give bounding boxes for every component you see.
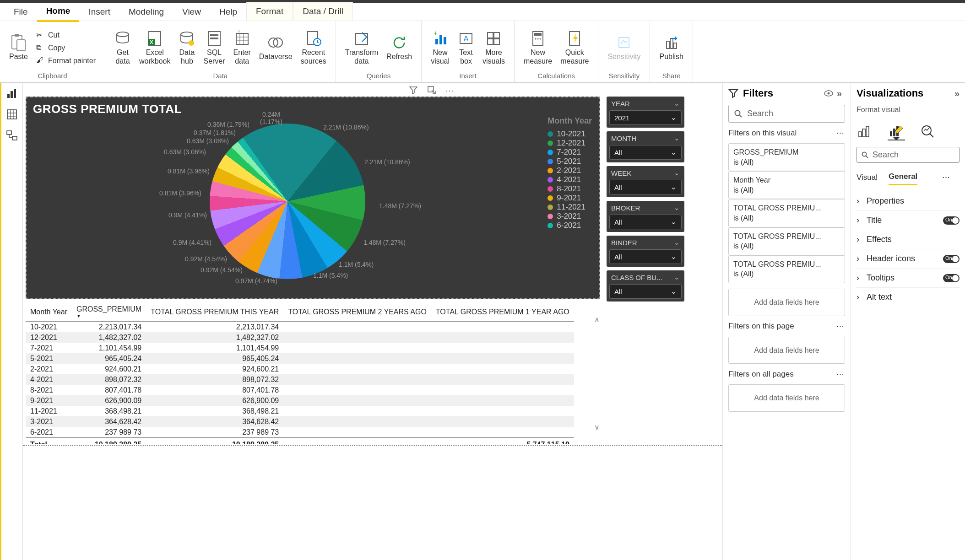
refresh-button[interactable]: Refresh: [385, 33, 414, 62]
tab-data-drill[interactable]: Data / Drill: [293, 2, 353, 21]
tab-format[interactable]: Format: [246, 2, 293, 21]
filter-card[interactable]: TOTAL GROSS PREMIU...is (All): [728, 227, 845, 255]
table-row[interactable]: 9-2021626,900.09626,900.09: [26, 395, 574, 406]
table-row[interactable]: 12-20211,482,327.021,482,327.02: [26, 332, 574, 343]
filters-search[interactable]: Search: [728, 105, 845, 123]
table-row[interactable]: 5-2021965,405.24965,405.24: [26, 353, 574, 364]
tab-insert[interactable]: Insert: [79, 3, 119, 21]
build-visual-tab-icon[interactable]: [857, 124, 874, 139]
enter-data-button[interactable]: +Enter data: [232, 29, 253, 66]
table-header[interactable]: Month Year: [26, 302, 72, 322]
drop-zone-visual[interactable]: Add data fields here: [728, 289, 845, 316]
tab-file[interactable]: File: [5, 3, 37, 21]
transform-data-button[interactable]: Transform data: [343, 29, 380, 66]
format-tab-more-icon[interactable]: ⋯: [942, 172, 951, 182]
analytics-tab-icon[interactable]: [919, 123, 936, 140]
section-more-icon[interactable]: ⋯: [836, 322, 845, 331]
slicer-header[interactable]: YEAR⌄: [607, 97, 684, 110]
scroll-down-icon[interactable]: ∨: [594, 423, 600, 431]
format-group[interactable]: ›TitleOn: [857, 210, 960, 230]
filter-card[interactable]: TOTAL GROSS PREMIU...is (All): [728, 255, 845, 283]
more-options-icon[interactable]: ⋯: [445, 86, 455, 95]
paste-button[interactable]: Paste: [7, 33, 30, 62]
table-scrollbar[interactable]: ∧ ∨: [594, 315, 600, 431]
drop-zone-all[interactable]: Add data fields here: [728, 384, 845, 412]
toggle-switch[interactable]: On: [943, 216, 960, 225]
table-header[interactable]: TOTAL GROSS PREMIUM THIS YEAR: [146, 302, 283, 322]
new-visual-button[interactable]: +New visual: [429, 29, 451, 66]
legend-item[interactable]: 7-2021: [548, 148, 592, 157]
legend-item[interactable]: 11-2021: [548, 203, 592, 212]
format-painter-button[interactable]: 🖌Format painter: [34, 55, 98, 66]
format-visual-tab-icon[interactable]: [888, 122, 905, 140]
format-tab-visual[interactable]: Visual: [857, 170, 878, 185]
new-measure-button[interactable]: New measure: [522, 29, 554, 66]
tab-home[interactable]: Home: [37, 2, 80, 22]
slicer-header[interactable]: BINDER⌄: [607, 236, 684, 249]
collapse-pane-icon[interactable]: »: [954, 88, 960, 99]
legend-item[interactable]: 4-2021: [548, 175, 592, 184]
more-visuals-button[interactable]: More visuals: [481, 29, 507, 66]
drop-zone-page[interactable]: Add data fields here: [728, 337, 845, 364]
excel-button[interactable]: XExcel workbook: [137, 29, 172, 66]
slicer-header[interactable]: BROKER⌄: [607, 201, 684, 215]
slicer-header[interactable]: MONTH⌄: [607, 131, 684, 145]
slicer-dropdown[interactable]: All⌄: [609, 180, 682, 194]
section-more-icon[interactable]: ⋯: [836, 369, 845, 379]
section-more-icon[interactable]: ⋯: [836, 128, 845, 138]
rail-report-icon[interactable]: [6, 87, 18, 99]
publish-button[interactable]: Publish: [657, 33, 685, 62]
rail-data-icon[interactable]: [6, 108, 18, 120]
slicer-dropdown[interactable]: All⌄: [609, 215, 682, 229]
legend-item[interactable]: 5-2021: [548, 157, 592, 166]
slicer-header[interactable]: CLASS OF BU...⌄: [607, 270, 684, 284]
legend-item[interactable]: 3-2021: [548, 212, 592, 221]
format-tab-general[interactable]: General: [889, 169, 917, 185]
table-row[interactable]: 11-2021368,498.21368,498.21: [26, 406, 574, 416]
table-row[interactable]: 6-2021237 989 73237 989 73: [26, 427, 574, 438]
rail-model-icon[interactable]: [6, 129, 18, 141]
legend-item[interactable]: 6-2021: [548, 221, 592, 230]
tab-modeling[interactable]: Modeling: [119, 3, 173, 21]
pie-chart-visual[interactable]: GROSS PREMIUM TOTAL 0.24M(1.17%)0.36M (1…: [26, 97, 600, 299]
legend-item[interactable]: 2-2021: [548, 166, 592, 175]
legend-item[interactable]: 12-2021: [548, 139, 592, 148]
tab-view[interactable]: View: [173, 3, 210, 21]
copy-button[interactable]: ⧉Copy: [34, 43, 98, 54]
quick-measure-button[interactable]: Quick measure: [558, 29, 591, 66]
format-group[interactable]: ›Alt text: [857, 287, 960, 307]
filter-card[interactable]: Month Yearis (All): [728, 171, 845, 199]
filter-icon[interactable]: [409, 86, 418, 95]
format-group[interactable]: ›TooltipsOn: [857, 268, 960, 287]
legend-item[interactable]: 10-2021: [548, 129, 592, 139]
format-group[interactable]: ›Properties: [857, 192, 960, 210]
text-box-button[interactable]: AText box: [456, 29, 476, 66]
slicer-dropdown[interactable]: All⌄: [609, 284, 682, 299]
slicer-dropdown[interactable]: 2021⌄: [609, 110, 682, 125]
legend-item[interactable]: 9-2021: [548, 194, 592, 203]
table-row[interactable]: 8-2021807,401.78807,401.78: [26, 385, 574, 395]
dataverse-button[interactable]: Dataverse: [257, 33, 294, 62]
cut-button[interactable]: ✂Cut: [34, 30, 98, 41]
table-visual[interactable]: Month YearGROSS_PREMIUM▼TOTAL GROSS PREM…: [26, 302, 600, 444]
tab-help[interactable]: Help: [210, 3, 246, 21]
toggle-switch[interactable]: On: [943, 255, 960, 263]
format-search[interactable]: Search: [857, 147, 960, 163]
eye-icon[interactable]: [824, 90, 832, 97]
format-group[interactable]: ›Effects: [857, 230, 960, 249]
scroll-up-icon[interactable]: ∧: [594, 315, 600, 324]
table-header[interactable]: TOTAL GROSS PREMIUM 2 YEARS AGO: [283, 302, 431, 322]
table-header[interactable]: GROSS_PREMIUM▼: [72, 302, 146, 322]
table-row[interactable]: 7-20211,101,454.991,101,454.99: [26, 343, 574, 353]
slicer-dropdown[interactable]: All⌄: [609, 249, 682, 264]
table-header[interactable]: TOTAL GROSS PREMIUM 1 YEAR AGO: [431, 302, 574, 322]
legend-item[interactable]: 8-2021: [548, 184, 592, 194]
table-row[interactable]: 4-2021898,072.32898,072.32: [26, 374, 574, 385]
focus-mode-icon[interactable]: [427, 86, 436, 95]
table-row[interactable]: 3-2021364,628.42364,628.42: [26, 416, 574, 427]
data-hub-button[interactable]: Data hub: [177, 29, 197, 66]
collapse-pane-icon[interactable]: »: [837, 88, 845, 99]
table-row[interactable]: 2-2021924,600.21924,600.21: [26, 364, 574, 374]
filter-card[interactable]: GROSS_PREMIUMis (All): [728, 143, 845, 171]
filter-card[interactable]: TOTAL GROSS PREMIU...is (All): [728, 199, 845, 227]
